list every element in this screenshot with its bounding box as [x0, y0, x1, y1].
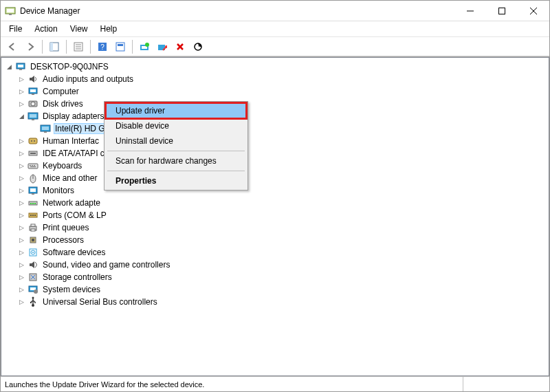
menu-help[interactable]: Help	[95, 23, 123, 35]
tree-expander[interactable]: ◢	[16, 111, 26, 121]
tree-category-label: Keyboards	[41, 161, 83, 171]
menu-action[interactable]: Action	[29, 23, 63, 35]
svg-rect-42	[28, 164, 38, 168]
show-hide-tree-button[interactable]	[46, 39, 63, 54]
svg-point-75	[32, 304, 34, 307]
tree-category-label: Human Interfac	[41, 136, 100, 146]
tree-expander[interactable]: ▷	[16, 149, 26, 158]
svg-rect-24	[18, 65, 23, 67]
tree-category[interactable]: ▷Universal Serial Bus controllers	[4, 296, 546, 308]
maximize-button[interactable]	[486, 1, 518, 21]
tree-category[interactable]: ▷Processors	[4, 234, 546, 246]
tree-category[interactable]: ▷Storage controllers	[4, 271, 546, 283]
tree-expander[interactable]: ▷	[16, 297, 26, 307]
svg-rect-15	[116, 43, 124, 51]
menu-view[interactable]: View	[65, 23, 94, 35]
display-icon	[40, 123, 51, 134]
app-icon	[5, 6, 16, 17]
tree-category[interactable]: ▷Sound, video and game controllers	[4, 259, 546, 271]
tree-expander[interactable]: ▷	[16, 223, 26, 232]
tree-expander[interactable]: ▷	[16, 74, 26, 84]
ctx-update-driver[interactable]: Update driver	[106, 103, 246, 118]
disk-icon	[28, 98, 38, 109]
tree-category[interactable]: ▷Software devices	[4, 246, 546, 259]
tree-category[interactable]: ▷Mice and other	[4, 172, 546, 184]
tree-category[interactable]: ◢Display adapters	[4, 110, 546, 122]
svg-point-71	[34, 290, 38, 294]
update-driver-button[interactable]	[136, 39, 153, 54]
tree-category[interactable]: ▷Keyboards	[4, 160, 546, 172]
software-icon	[28, 247, 38, 258]
tree-category[interactable]: ▷Monitors	[4, 184, 546, 197]
tree-expander[interactable]: ▷	[16, 161, 26, 171]
tree-category-label: Processors	[41, 235, 85, 245]
forward-button[interactable]	[22, 39, 38, 54]
tree-category[interactable]: ▷Print queues	[4, 221, 546, 234]
tree-expander[interactable]: ▷	[16, 285, 26, 294]
tree-expander[interactable]: ▷	[16, 186, 26, 195]
tree-category[interactable]: ▷Computer	[4, 85, 546, 98]
toolbar: ?	[1, 37, 549, 56]
tree-category[interactable]: ▷Disk drives	[4, 98, 546, 110]
tree-category[interactable]: ▷IDE ATA/ATAPI c	[4, 147, 546, 160]
tree-expander[interactable]: ▷	[16, 210, 26, 220]
tree-expander[interactable]: ▷	[16, 87, 26, 96]
action-button[interactable]	[112, 39, 129, 54]
svg-point-57	[30, 215, 32, 216]
tree-expander[interactable]: ▷	[16, 235, 26, 245]
minimize-button[interactable]	[454, 1, 486, 21]
svg-point-74	[34, 302, 36, 303]
tree-expander[interactable]: ▷	[16, 272, 26, 282]
ctx-uninstall-device[interactable]: Uninstall device	[106, 133, 246, 149]
window-title: Device Manager	[20, 6, 454, 16]
uninstall-device-button[interactable]	[172, 39, 188, 54]
svg-point-67	[32, 252, 34, 253]
statusbar-segment	[463, 377, 545, 391]
hid-icon	[28, 135, 38, 146]
ctx-separator	[107, 171, 245, 171]
tree-category[interactable]: ▷System devices	[4, 283, 546, 296]
menu-file[interactable]: File	[3, 23, 28, 35]
back-button[interactable]	[4, 39, 21, 54]
keyboard-icon	[28, 160, 38, 171]
tree-expander[interactable]: ▷	[16, 260, 26, 270]
svg-rect-53	[30, 203, 32, 204]
toolbar-separator	[66, 40, 67, 54]
tree-expander[interactable]: ▷	[16, 198, 26, 208]
tree-expander[interactable]: ▷	[16, 136, 26, 146]
svg-rect-46	[30, 166, 36, 167]
disable-device-button[interactable]	[154, 39, 170, 54]
tree-category[interactable]: ▷Ports (COM & LP	[4, 209, 546, 221]
help-button[interactable]: ?	[94, 39, 111, 54]
tree-category-label: Disk drives	[41, 99, 85, 109]
svg-point-72	[32, 297, 34, 299]
svg-rect-43	[30, 165, 31, 166]
storage-icon	[28, 272, 38, 283]
device-tree[interactable]: ◢DESKTOP-9Q0JNFS▷Audio inputs and output…	[1, 57, 549, 376]
tree-root[interactable]: ◢DESKTOP-9Q0JNFS	[4, 61, 546, 73]
ctx-label: Disable device	[116, 121, 169, 131]
svg-text:?: ?	[100, 43, 104, 51]
svg-point-58	[32, 215, 34, 216]
svg-rect-55	[34, 203, 36, 204]
tree-expander[interactable]: ▷	[16, 173, 26, 183]
tree-category[interactable]: ▷Human Interfac	[4, 135, 546, 147]
tree-expander[interactable]: ▷	[16, 248, 26, 257]
tree-category[interactable]: ▷Audio inputs and outputs	[4, 73, 546, 85]
ctx-properties[interactable]: Properties	[106, 173, 246, 188]
ctx-scan-hardware[interactable]: Scan for hardware changes	[106, 153, 246, 168]
tree-category-label: IDE ATA/ATAPI c	[41, 149, 106, 158]
computer-icon	[28, 86, 38, 97]
tree-expander[interactable]: ◢	[4, 62, 14, 72]
svg-rect-54	[32, 203, 34, 204]
scan-hardware-button[interactable]	[190, 39, 206, 54]
close-button[interactable]	[518, 1, 549, 21]
tree-device[interactable]: Intel(R) HD G	[4, 122, 546, 135]
tree-device-label: Intel(R) HD G	[54, 123, 107, 134]
properties-button[interactable]	[70, 39, 87, 54]
svg-point-19	[145, 43, 149, 47]
tree-expander[interactable]: ▷	[16, 99, 26, 109]
svg-rect-36	[44, 131, 47, 133]
ctx-disable-device[interactable]: Disable device	[106, 118, 246, 133]
tree-category[interactable]: ▷Network adapte	[4, 197, 546, 209]
